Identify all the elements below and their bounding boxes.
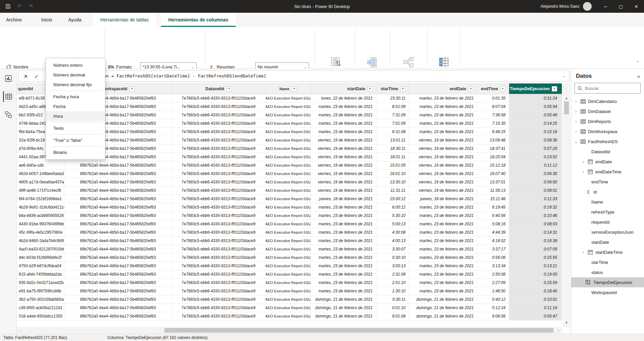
table-cell[interactable]: 9:01:08 (376, 312, 409, 320)
table-cell[interactable]: martes, 23 de febrero de 2021 (409, 270, 477, 278)
table-cell[interactable]: 0:05:54 (509, 103, 562, 111)
table-cell[interactable]: martes, 23 de febrero de 2021 (311, 212, 376, 220)
table-cell[interactable]: 7e7883c5-ebb6-4330-8313-ff01103dace9 (172, 279, 266, 287)
table-cell[interactable]: AEO Executive Report-SSU (266, 304, 311, 312)
table-cell[interactable]: 5:00:13 (376, 220, 409, 228)
fields-search-box[interactable] (575, 83, 641, 94)
column-header-Name[interactable]: Name▼ (266, 83, 311, 94)
table-cell[interactable]: 7e7883c5-ebb6-4330-8313-ff01103dace9 (172, 119, 266, 127)
table-cell[interactable]: martes, 23 de febrero de 2021 (311, 270, 376, 278)
table-cell[interactable]: 4:00:13 (376, 237, 409, 245)
table-cell[interactable]: 7e7883c5-ebb6-4330-8313-ff01103dace9 (172, 220, 266, 228)
field-item-starTime[interactable]: starTime (571, 257, 644, 267)
table-cell[interactable]: AEO Executive Report-SSU (266, 153, 311, 161)
table-cell[interactable]: 15:11:46 (477, 195, 509, 203)
table-cell[interactable]: 0:13:21 (509, 262, 562, 270)
menu-item-n-mero-decimal[interactable]: Número decimal (46, 70, 105, 80)
table-cell[interactable]: 7:31:09 (376, 111, 409, 119)
table-cell[interactable]: jueves, 18 de febrero de 2021 (409, 195, 477, 203)
report-view-button[interactable] (3, 73, 14, 84)
table-cell[interactable]: 11:39:13 (477, 186, 509, 194)
table-cell[interactable]: 016-a4eb-650dafcc1355 (17, 312, 64, 320)
table-cell[interactable]: domingo, 21 de febrero de 2021 (409, 304, 477, 312)
table-cell[interactable]: 0:23:52 (509, 153, 562, 161)
table-cell[interactable]: 0:06:50 (509, 178, 562, 186)
table-cell[interactable]: 4:16:52 (477, 237, 509, 245)
table-cell[interactable]: 0:05:49 (509, 111, 562, 119)
data-view-button[interactable] (3, 91, 14, 102)
field-item-DimDataset[interactable]: ›DimDataset (571, 106, 644, 116)
table-cell[interactable]: 3b2-a750-302c59ab5b5a (17, 295, 64, 303)
table-cell[interactable]: 2:31:08 (376, 270, 409, 278)
vertical-scroll-thumb[interactable] (564, 102, 569, 114)
table-cell[interactable]: 1:30:10 (376, 287, 409, 295)
table-cell[interactable]: 5:30:10 (376, 212, 409, 220)
horizontal-scrollbar[interactable]: ‹ › (17, 327, 562, 334)
table-cell[interactable]: 7e7883c5-ebb6-4330-8313-ff01103dace9 (172, 253, 266, 262)
table-cell[interactable]: martes, 23 de febrero de 2021 (409, 111, 477, 119)
table-cell[interactable]: 18:30:11 (376, 145, 409, 153)
table-cell[interactable]: 0:30:11 (376, 295, 409, 303)
table-cell[interactable]: 7e7883c5-ebb6-4330-8313-ff01103dace9 (172, 128, 266, 136)
table-cell[interactable]: 7e7883c5-ebb6-4330-8313-ff01103dace9 (172, 245, 266, 253)
table-cell[interactable]: martes, 23 de febrero de 2021 (409, 212, 477, 220)
table-cell[interactable]: AEO Executive Report-SSU (266, 94, 311, 102)
column-header-endTime[interactable]: endTime▼ (477, 83, 509, 94)
table-cell[interactable]: 15:01:05 (376, 161, 409, 169)
chevron-down-icon[interactable]: ⌄ (574, 139, 578, 144)
table-cell[interactable]: AEO Executive Report-SSU (266, 111, 311, 119)
table-cell[interactable]: 3:30:07 (376, 245, 409, 253)
cancel-formula-button[interactable]: ✕ (22, 73, 30, 80)
table-cell[interactable]: 0:15:16 (509, 128, 562, 136)
table-cell[interactable]: 0:30:10 (376, 253, 409, 262)
table-cell[interactable]: viernes, 19 de febrero de 2021 (409, 186, 477, 194)
table-cell[interactable]: 935-8d2c-0e3271aced2b (17, 279, 64, 287)
table-cell[interactable]: 89b762a0-4ee4-4b5d-ba17-5b465820ef83 (64, 312, 172, 320)
table-cell[interactable]: domingo, 21 de febrero de 2021 (409, 295, 477, 303)
table-cell[interactable]: e91-ba75-f99759fccb6b (17, 287, 64, 295)
table-cell[interactable]: viernes, 19 de febrero de 2021 (311, 136, 376, 144)
table-cell[interactable]: 89b762a0-4ee4-4b5d-ba17-5b465820ef83 (64, 178, 172, 186)
table-cell[interactable]: martes, 23 de febrero de 2021 (409, 128, 477, 136)
table-cell[interactable]: 0:07:29 (509, 145, 562, 153)
tab-inicio[interactable]: Inicio (35, 13, 58, 27)
table-cell[interactable]: viernes, 19 de febrero de 2021 (409, 145, 477, 153)
table-cell[interactable]: 0:14:31 (509, 228, 562, 236)
table-cell[interactable]: 89b762a0-4ee4-4b5d-ba17-5b465820ef83 (64, 186, 172, 194)
column-filter-button[interactable]: ▼ (367, 86, 373, 92)
table-cell[interactable]: martes, 23 de febrero de 2021 (311, 128, 376, 136)
field-item-id[interactable]: Σid (571, 187, 644, 197)
table-cell[interactable]: 4:30:08 (376, 228, 409, 236)
column-filter-button[interactable]: ▼ (400, 86, 406, 92)
maximize-button[interactable]: ▢ (613, 0, 629, 13)
table-cell[interactable]: AEO Executive Report-SSU (266, 237, 311, 245)
scroll-down-icon[interactable]: ▼ (563, 319, 570, 326)
vertical-scrollbar[interactable]: ▲ ▼ (563, 83, 570, 327)
table-cell[interactable]: c39-85f0-acb08a2212d1 (17, 304, 64, 312)
table-cell[interactable]: 7e7883c5-ebb6-4330-8313-ff01103dace9 (172, 153, 266, 161)
table-cell[interactable]: 7e7883c5-ebb6-4330-8313-ff01103dace9 (172, 228, 266, 236)
table-cell[interactable]: martes, 23 de febrero de 2021 (311, 119, 376, 127)
field-item-FactRefreshDS[interactable]: ⌄FactRefreshDS (571, 136, 644, 147)
table-cell[interactable]: 45c-99fa-4e5c2957080e (17, 228, 64, 236)
table-cell[interactable]: d4c-b03d-f326899d4e2f (17, 253, 64, 262)
table-cell[interactable]: 16:01:10 (376, 170, 409, 178)
table-cell[interactable]: 89b762a0-4ee4-4b5d-ba17-5b465820ef83 (64, 262, 172, 270)
tab-archivo[interactable]: Archivo (0, 13, 28, 27)
table-cell[interactable]: AEO Executive Report-SSU (266, 220, 311, 228)
table-cell[interactable]: AEO Executive Report-SSU (266, 170, 311, 178)
table-cell[interactable]: martes, 23 de febrero de 2021 (409, 228, 477, 236)
table-cell[interactable]: 0:16:39 (509, 237, 562, 245)
chevron-right-icon[interactable]: › (581, 250, 585, 254)
table-cell[interactable]: 2:50:08 (477, 270, 509, 278)
table-cell[interactable]: AEO Executive Report-SSU (266, 228, 311, 236)
table-cell[interactable]: 7:01:09 (376, 119, 409, 127)
column-header-startDate[interactable]: startDate▼ (311, 83, 376, 94)
table-cell[interactable]: martes, 23 de febrero de 2021 (409, 262, 477, 270)
table-cell[interactable]: 0:12:24 (477, 304, 509, 312)
chevron-right-icon[interactable]: › (574, 99, 578, 103)
table-cell[interactable]: 0:56:06 (477, 253, 509, 262)
field-item-endDateTime[interactable]: ›endDateTime (571, 167, 644, 177)
table-cell[interactable]: AEO Executive Report-SSU (266, 262, 311, 270)
table-cell[interactable]: 9:06:56 (477, 312, 509, 320)
